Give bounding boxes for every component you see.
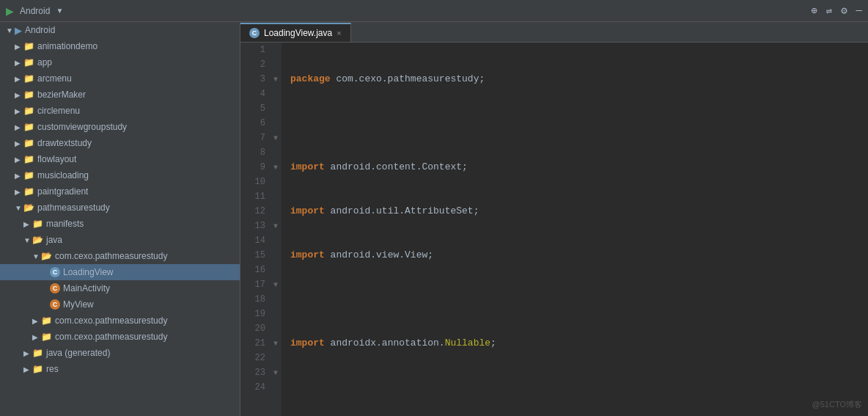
editor-area: C LoadingView.java × 1 2 3 4 5 6 7 8 9 1… [240,22,868,416]
tab-filename: LoadingView.java [264,28,332,38]
sidebar-item-label: MainActivity [63,283,110,293]
sidebar-item-beziermaker[interactable]: ▶ 📁 bezierMaker [0,87,240,103]
ln-21: 21 [245,336,265,351]
fold-11 [270,189,282,204]
fold-21[interactable]: ▼ [270,336,282,351]
fold-12 [270,204,282,219]
folder-icon-musicloading: 📁 [23,170,34,180]
fold-1 [270,43,282,57]
sidebar-item-label: Android [25,25,55,35]
ln-6: 6 [245,116,265,131]
expand-arrow: ▶ [15,156,23,164]
ln-24: 24 [245,380,265,395]
folder-icon-java-generated: 📁 [32,348,43,358]
fold-13[interactable]: ▼ [270,219,282,233]
globe-icon[interactable]: ⊕ [811,4,817,17]
code-line-7: import androidx.annotation.Nullable; [287,336,862,351]
sidebar-item-drawtextstudy[interactable]: ▶ 📁 drawtextstudy [0,135,240,151]
project-name: Android [20,6,50,16]
sidebar-item-res[interactable]: ▶ 📁 res [0,361,240,377]
code-line-4: import android.util.AttributeSet; [287,204,862,219]
sidebar-item-musicloading[interactable]: ▶ 📁 musicloading [0,167,240,183]
fold-8 [270,145,282,160]
split-icon[interactable]: ⇌ [826,4,832,17]
fold-5 [270,101,282,116]
toolbar-icons: ⊕ ⇌ ⚙ — [811,4,862,17]
tab-loadingview[interactable]: C LoadingView.java × [240,23,351,42]
sidebar-item-label: paintgradient [37,186,88,197]
collapse-arrow: ▼ [23,236,32,244]
ln-13: 13 [245,219,265,233]
line-numbers: 1 2 3 4 5 6 7 8 9 10 11 12 13 14 15 16 1… [240,43,270,416]
sidebar-item-mainactivity[interactable]: C MainActivity [0,280,240,296]
folder-icon-drawtextstudy: 📁 [23,138,34,148]
expand-arrow: ▶ [15,91,23,99]
fold-23[interactable]: ▼ [270,365,282,380]
fold-2 [270,57,282,72]
fold-22 [270,351,282,365]
fold-17[interactable]: ▼ [270,277,282,292]
sidebar-item-myview[interactable]: C MyView [0,296,240,313]
code-line-8 [287,380,862,395]
code-line-6 [287,292,862,307]
code-container[interactable]: 1 2 3 4 5 6 7 8 9 10 11 12 13 14 15 16 1… [240,43,868,416]
sidebar-item-java[interactable]: ▼ 📂 java [0,232,240,248]
ln-23: 23 [245,365,265,380]
folder-icon-res: 📁 [32,364,43,374]
sidebar-item-android[interactable]: ▼ ▶ Android [0,22,240,38]
sidebar-item-com-cexo-main[interactable]: ▼ 📂 com.cexo.pathmeasurestudy [0,248,240,264]
sidebar-item-animationdemo[interactable]: ▶ 📁 animationdemo [0,38,240,54]
fold-18 [270,292,282,307]
ln-3: 3 [245,72,265,87]
minimize-icon[interactable]: — [856,4,862,17]
ln-15: 15 [245,248,265,263]
sidebar-item-label: app [37,57,52,67]
sidebar-item-circlemenu[interactable]: ▶ 📁 circlemenu [0,103,240,119]
sidebar-item-manifests[interactable]: ▶ 📁 manifests [0,216,240,232]
sidebar-item-customviewgroupstudy[interactable]: ▶ 📁 customviewgroupstudy [0,119,240,135]
folder-icon-paintgradient: 📁 [23,186,34,197]
fold-9[interactable]: ▼ [270,160,282,175]
sidebar-item-label: pathmeasurestudy [37,202,110,213]
sidebar-item-com-cexo-3[interactable]: ▶ 📁 com.cexo.pathmeasurestudy [0,329,240,345]
ln-5: 5 [245,101,265,116]
sidebar-item-paintgradient[interactable]: ▶ 📁 paintgradient [0,183,240,200]
sidebar: ▼ ▶ Android ▶ 📁 animationdemo ▶ 📁 app ▶ … [0,22,240,416]
folder-icon-arcmenu: 📁 [23,73,34,84]
project-selector[interactable]: ▶ Android ▼ [6,5,63,17]
tab-close-button[interactable]: × [336,29,341,37]
code-line-1: package com.cexo.pathmeasurestudy; [287,72,862,87]
sidebar-item-label: java [46,235,62,245]
sidebar-item-label: customviewgroupstudy [37,122,127,132]
sidebar-item-flowlayout[interactable]: ▶ 📁 flowlayout [0,151,240,167]
ln-4: 4 [245,87,265,101]
expand-arrow: ▶ [23,220,32,228]
folder-icon-java: 📂 [32,235,43,245]
folder-icon-animationdemo: 📁 [23,41,34,51]
code-content[interactable]: package com.cexo.pathmeasurestudy; impor… [282,43,868,416]
sidebar-item-label: manifests [46,219,84,229]
expand-arrow: ▶ [15,139,23,147]
sidebar-item-app[interactable]: ▶ 📁 app [0,54,240,70]
fold-19 [270,307,282,321]
fold-20 [270,321,282,336]
sidebar-item-label: circlemenu [37,106,80,116]
gear-icon[interactable]: ⚙ [841,4,847,17]
ln-19: 19 [245,307,265,321]
code-line-2 [287,116,862,131]
sidebar-item-pathmeasurestudy[interactable]: ▼ 📂 pathmeasurestudy [0,200,240,216]
sidebar-item-java-generated[interactable]: ▶ 📁 java (generated) [0,345,240,361]
collapse-arrow: ▼ [32,252,41,260]
ln-12: 12 [245,204,265,219]
fold-7[interactable]: ▼ [270,131,282,145]
fold-24 [270,380,282,395]
sidebar-item-label: com.cexo.pathmeasurestudy [55,332,167,342]
sidebar-item-com-cexo-2[interactable]: ▶ 📁 com.cexo.pathmeasurestudy [0,313,240,329]
ln-18: 18 [245,292,265,307]
fold-3[interactable]: ▼ [270,72,282,87]
sidebar-item-loadingview[interactable]: C LoadingView [0,264,240,280]
ln-10: 10 [245,175,265,189]
ln-20: 20 [245,321,265,336]
sidebar-item-arcmenu[interactable]: ▶ 📁 arcmenu [0,70,240,87]
fold-16 [270,263,282,277]
